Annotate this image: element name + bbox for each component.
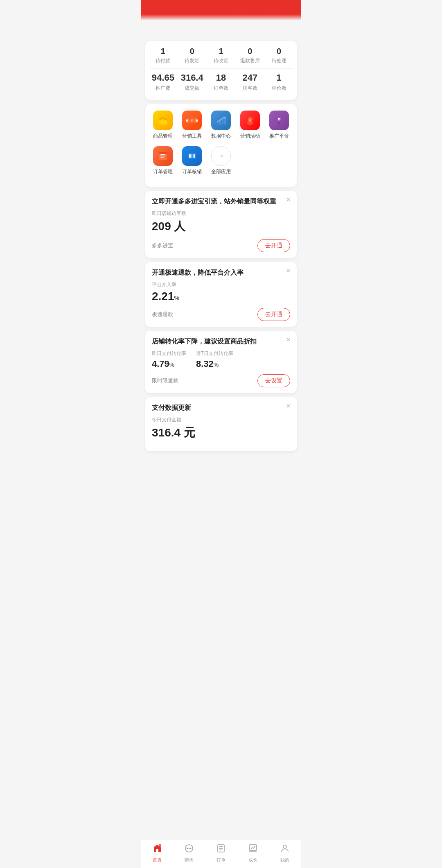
notif-3-source: 限时限量购: [152, 377, 178, 384]
promote-icon: [269, 111, 289, 130]
svg-rect-28: [194, 154, 195, 158]
notif-payment-data: ✕ 支付数据更新 今日支付金额 316.4 元: [145, 397, 297, 451]
stat-pending-payment-label: 待付款: [156, 57, 170, 64]
notif-4-meta-value: 316.4 元: [152, 425, 290, 441]
apps-icon: ···: [211, 146, 231, 166]
notif-3-week-value: 8.32%: [196, 359, 233, 369]
notif-4-title: 支付数据更新: [152, 404, 290, 412]
stat-pending-ship-label: 待发货: [185, 57, 199, 64]
menu-order-manage[interactable]: 订单管理: [149, 146, 178, 175]
stat-refund-label: 退款售后: [240, 57, 260, 64]
svg-rect-20: [160, 156, 165, 156]
notif-3-yesterday-value: 4.79%: [152, 359, 186, 369]
svg-text:¥: ¥: [191, 119, 193, 122]
stat-visitors-label: 访客数: [243, 85, 257, 92]
stats-divider: [150, 68, 292, 69]
stat-reviews-value: 1: [276, 72, 281, 84]
notif-2-action-button[interactable]: 去开通: [257, 308, 290, 321]
stat-gmv-value: 316.4: [181, 72, 203, 84]
stat-ad-spend[interactable]: 94.65 推广费: [149, 72, 178, 92]
menu-goods[interactable]: 商品管理: [149, 111, 178, 140]
svg-rect-3: [162, 120, 164, 120]
menu-row-1: 商品管理 ¥ 营销工具: [149, 111, 293, 140]
notif-1-meta-label: 昨日店铺访客数: [152, 210, 290, 217]
svg-rect-21: [160, 157, 164, 158]
stat-reviews[interactable]: 1 评价数: [264, 72, 293, 92]
menu-card: 商品管理 ¥ 营销工具: [145, 104, 297, 187]
notif-2-footer: 极速退款 去开通: [152, 308, 290, 321]
stat-pending-process[interactable]: 0 待处理: [264, 46, 293, 64]
notif-3-metric-week: 近7日支付转化率 8.32%: [196, 350, 233, 369]
notif-1-footer: 多多进宝 去开通: [152, 239, 290, 252]
notif-duoduojinbao: ✕ 立即开通多多进宝引流，站外销量同等权重 昨日店铺访客数 209 人 多多进宝…: [145, 191, 297, 258]
menu-marketing-tools-label: 营销工具: [182, 133, 202, 140]
svg-rect-27: [193, 154, 194, 158]
notif-3-title: 店铺转化率下降，建议设置商品折扣: [152, 337, 290, 346]
stat-gmv-label: 成交额: [185, 85, 199, 92]
svg-rect-25: [190, 154, 191, 158]
notif-3-metrics: 昨日支付转化率 4.79% 近7日支付转化率 8.32%: [152, 350, 290, 369]
menu-goods-label: 商品管理: [153, 133, 173, 140]
notif-3-week-label: 近7日支付转化率: [196, 350, 233, 357]
stat-pending-ship[interactable]: 0 待发货: [178, 46, 207, 64]
stat-pending-payment[interactable]: 1 待付款: [149, 46, 178, 64]
stat-order-count-value: 18: [216, 72, 226, 84]
notif-3-yesterday-label: 昨日支付转化率: [152, 350, 186, 357]
stat-order-count-label: 订单数: [214, 85, 228, 92]
stat-pending-payment-value: 1: [161, 46, 165, 57]
notif-conversion: ✕ 店铺转化率下降，建议设置商品折扣 昨日支付转化率 4.79% 近7日支付转化…: [145, 331, 297, 393]
stat-visitors[interactable]: 247 访客数: [235, 72, 264, 92]
notif-close-4[interactable]: ✕: [286, 402, 291, 410]
notif-2-meta-label: 平台介入率: [152, 281, 290, 288]
fire-icon: [240, 111, 260, 130]
stats-row-2: 94.65 推广费 316.4 成交额 18 订单数 247 访客数 1 评价数: [145, 72, 297, 92]
stat-gmv[interactable]: 316.4 成交额: [178, 72, 207, 92]
svg-rect-22: [159, 152, 167, 154]
notif-2-meta-value: 2.21%: [152, 290, 290, 303]
menu-all-apps-label: 全部应用: [211, 168, 231, 175]
notif-3-footer: 限时限量购 去设置: [152, 374, 290, 387]
menu-campaign[interactable]: 营销活动: [235, 111, 264, 140]
menu-promote-label: 推广平台: [269, 133, 289, 140]
stat-refund[interactable]: 0 退款售后: [235, 46, 264, 64]
coupon-icon: ¥: [182, 111, 202, 130]
stat-refund-value: 0: [248, 46, 252, 57]
svg-rect-2: [160, 117, 165, 119]
notif-close-3[interactable]: ✕: [286, 336, 291, 344]
notif-3-action-button[interactable]: 去设置: [257, 374, 290, 387]
stats-card: 1 待付款 0 待发货 1 待收货 0 退款售后 0 待处理 94: [145, 41, 297, 100]
menu-order-verify[interactable]: 订单核销: [178, 146, 207, 175]
menu-data-center-label: 数据中心: [211, 133, 231, 140]
menu-marketing-tools[interactable]: ¥ 营销工具: [178, 111, 207, 140]
notif-close-1[interactable]: ✕: [286, 196, 291, 203]
notif-2-title: 开通极速退款，降低平台介入率: [152, 269, 290, 277]
svg-rect-11: [222, 119, 223, 124]
svg-rect-9: [217, 122, 219, 124]
notif-2-source: 极速退款: [152, 311, 173, 318]
stat-order-count[interactable]: 18 订单数: [207, 72, 236, 92]
stat-visitors-value: 247: [242, 72, 257, 84]
notif-1-action-button[interactable]: 去开通: [257, 239, 290, 252]
stat-pending-receive-label: 待收货: [214, 57, 228, 64]
stat-ad-spend-value: 94.65: [152, 72, 174, 84]
svg-rect-19: [160, 154, 165, 155]
order-icon: [153, 146, 173, 166]
menu-all-apps[interactable]: ··· 全部应用: [207, 146, 236, 175]
menu-promote[interactable]: 推广平台: [264, 111, 293, 140]
notif-1-source: 多多进宝: [152, 242, 173, 249]
menu-data-center[interactable]: 数据中心: [207, 111, 236, 140]
stat-pending-process-label: 待处理: [272, 57, 286, 64]
stats-row-1: 1 待付款 0 待发货 1 待收货 0 退款售后 0 待处理: [145, 46, 297, 64]
notif-close-2[interactable]: ✕: [286, 267, 291, 275]
menu-row-2: 订单管理 订单核销 ···: [149, 146, 293, 175]
svg-rect-10: [219, 120, 221, 124]
header: [141, 0, 301, 20]
stat-pending-receive[interactable]: 1 待收货: [207, 46, 236, 64]
menu-order-manage-label: 订单管理: [153, 168, 173, 175]
stat-pending-process-value: 0: [277, 46, 281, 57]
stat-reviews-label: 评价数: [272, 85, 286, 92]
verify-icon: [182, 146, 202, 166]
menu-campaign-label: 营销活动: [240, 133, 260, 140]
notif-1-title: 立即开通多多进宝引流，站外销量同等权重: [152, 197, 290, 206]
menu-order-verify-label: 订单核销: [182, 168, 202, 175]
